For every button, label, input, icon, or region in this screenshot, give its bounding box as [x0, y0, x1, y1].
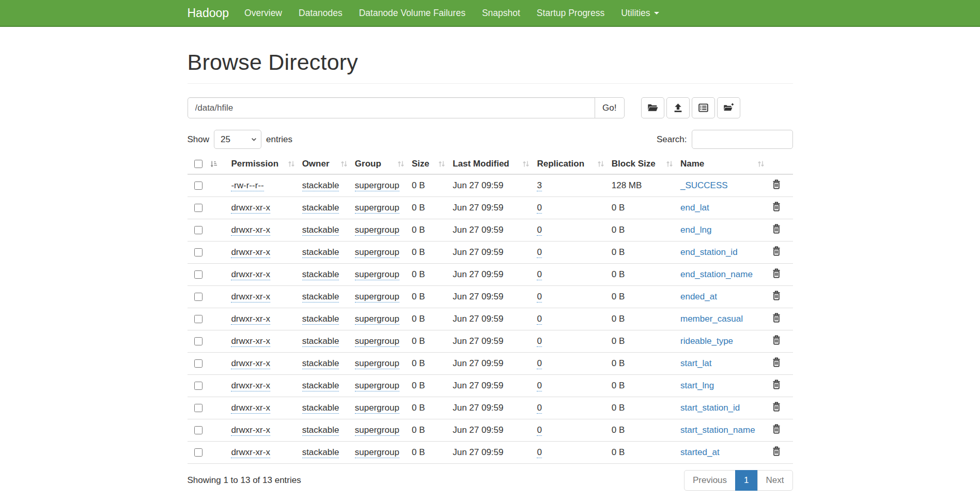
owner-value[interactable]: stackable	[302, 314, 339, 325]
select-all-checkbox[interactable]	[194, 160, 203, 168]
group-value[interactable]: supergroup	[355, 292, 399, 303]
replication-value[interactable]: 0	[537, 203, 541, 214]
owner-value[interactable]: stackable	[302, 180, 339, 191]
replication-value[interactable]: 0	[537, 292, 541, 303]
column-header-group[interactable]: Group	[355, 154, 412, 174]
folder-open-button[interactable]	[641, 97, 664, 118]
row-checkbox[interactable]	[194, 404, 203, 412]
owner-value[interactable]: stackable	[302, 358, 339, 369]
delete-button[interactable]	[772, 179, 781, 191]
pagination-previous[interactable]: Previous	[684, 470, 736, 491]
owner-value[interactable]: stackable	[302, 225, 339, 236]
group-value[interactable]: supergroup	[355, 381, 399, 391]
permission-value[interactable]: drwxr-xr-x	[231, 314, 270, 325]
replication-value[interactable]: 0	[537, 381, 541, 391]
owner-value[interactable]: stackable	[302, 381, 339, 391]
page-size-select[interactable]: 25	[214, 130, 261, 149]
replication-value[interactable]: 0	[537, 314, 541, 325]
delete-button[interactable]	[772, 291, 781, 302]
group-value[interactable]: supergroup	[355, 269, 399, 280]
row-checkbox[interactable]	[194, 248, 203, 256]
brand-hadoop[interactable]: Hadoop	[188, 6, 229, 20]
group-value[interactable]: supergroup	[355, 180, 399, 191]
replication-value[interactable]: 3	[537, 180, 541, 191]
delete-button[interactable]	[772, 446, 781, 458]
row-checkbox[interactable]	[194, 426, 203, 434]
file-name-link[interactable]: end_station_id	[680, 247, 738, 257]
owner-value[interactable]: stackable	[302, 336, 339, 347]
file-name-link[interactable]: rideable_type	[680, 336, 733, 346]
row-checkbox[interactable]	[194, 270, 203, 279]
nav-overview[interactable]: Overview	[236, 0, 290, 26]
delete-button[interactable]	[772, 335, 781, 346]
column-header-replication[interactable]: Replication	[537, 154, 611, 174]
group-value[interactable]: supergroup	[355, 314, 399, 325]
delete-button[interactable]	[772, 313, 781, 324]
nav-datanode-volume-failures[interactable]: Datanode Volume Failures	[351, 0, 474, 26]
delete-button[interactable]	[772, 424, 781, 435]
row-checkbox[interactable]	[194, 337, 203, 345]
file-name-link[interactable]: member_casual	[680, 314, 743, 324]
delete-button[interactable]	[772, 357, 781, 369]
file-name-link[interactable]: end_lng	[680, 225, 712, 235]
row-checkbox[interactable]	[194, 293, 203, 301]
group-value[interactable]: supergroup	[355, 225, 399, 236]
file-name-link[interactable]: end_station_name	[680, 269, 753, 279]
replication-value[interactable]: 0	[537, 269, 541, 280]
replication-value[interactable]: 0	[537, 247, 541, 258]
go-button[interactable]: Go!	[595, 97, 624, 118]
column-header-name[interactable]: Name	[680, 154, 772, 174]
owner-value[interactable]: stackable	[302, 292, 339, 303]
replication-value[interactable]: 0	[537, 403, 541, 414]
permission-value[interactable]: drwxr-xr-x	[231, 269, 270, 280]
row-checkbox[interactable]	[194, 226, 203, 234]
row-checkbox[interactable]	[194, 315, 203, 323]
owner-value[interactable]: stackable	[302, 425, 339, 436]
nav-utilities-dropdown[interactable]: Utilities	[613, 0, 667, 26]
row-checkbox[interactable]	[194, 204, 203, 212]
delete-button[interactable]	[772, 202, 781, 213]
replication-value[interactable]: 0	[537, 447, 541, 458]
replication-value[interactable]: 0	[537, 336, 541, 347]
group-value[interactable]: supergroup	[355, 447, 399, 458]
nav-startup-progress[interactable]: Startup Progress	[528, 0, 613, 26]
row-checkbox[interactable]	[194, 448, 203, 457]
delete-button[interactable]	[772, 380, 781, 391]
permission-value[interactable]: drwxr-xr-x	[231, 447, 270, 458]
permission-value[interactable]: -rw-r--r--	[231, 180, 263, 191]
owner-value[interactable]: stackable	[302, 203, 339, 214]
replication-value[interactable]: 0	[537, 358, 541, 369]
permission-value[interactable]: drwxr-xr-x	[231, 425, 270, 436]
permission-value[interactable]: drwxr-xr-x	[231, 225, 270, 236]
permission-value[interactable]: drwxr-xr-x	[231, 292, 270, 303]
group-value[interactable]: supergroup	[355, 425, 399, 436]
owner-value[interactable]: stackable	[302, 447, 339, 458]
owner-value[interactable]: stackable	[302, 269, 339, 280]
new-folder-button[interactable]	[717, 97, 740, 118]
row-checkbox[interactable]	[194, 359, 203, 368]
permission-value[interactable]: drwxr-xr-x	[231, 336, 270, 347]
column-header-last-modified[interactable]: Last Modified	[453, 154, 537, 174]
delete-button[interactable]	[772, 402, 781, 413]
permission-value[interactable]: drwxr-xr-x	[231, 203, 270, 214]
replication-value[interactable]: 0	[537, 225, 541, 236]
permission-value[interactable]: drwxr-xr-x	[231, 247, 270, 258]
group-value[interactable]: supergroup	[355, 403, 399, 414]
replication-value[interactable]: 0	[537, 425, 541, 436]
group-value[interactable]: supergroup	[355, 247, 399, 258]
permission-value[interactable]: drwxr-xr-x	[231, 381, 270, 391]
list-alt-button[interactable]	[692, 97, 715, 118]
column-header-owner[interactable]: Owner	[302, 154, 355, 174]
delete-button[interactable]	[772, 224, 781, 235]
nav-datanodes[interactable]: Datanodes	[290, 0, 351, 26]
file-name-link[interactable]: start_lat	[680, 358, 711, 368]
permission-value[interactable]: drwxr-xr-x	[231, 358, 270, 369]
row-checkbox[interactable]	[194, 182, 203, 190]
file-name-link[interactable]: _SUCCESS	[680, 180, 728, 190]
upload-button[interactable]	[666, 97, 690, 118]
group-value[interactable]: supergroup	[355, 358, 399, 369]
delete-button[interactable]	[772, 246, 781, 258]
column-header-size[interactable]: Size	[412, 154, 453, 174]
column-header-block-size[interactable]: Block Size	[612, 154, 680, 174]
group-value[interactable]: supergroup	[355, 203, 399, 214]
